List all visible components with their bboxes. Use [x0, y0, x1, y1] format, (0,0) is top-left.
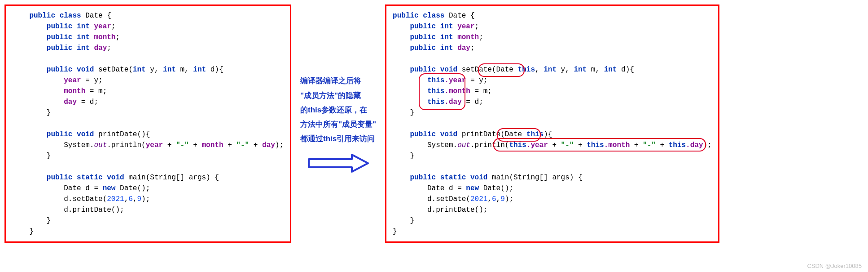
explain-line: 编译器编译之后将: [300, 74, 376, 88]
left-code-box: public class Date { public int year; pub…: [4, 4, 291, 243]
right-code: public class Date { public int year; pub…: [393, 10, 712, 237]
explain-line: 都通过this引用来访问: [300, 132, 376, 146]
middle-column: 编译器编译之后将 "成员方法"的隐藏 的this参数还原，在 方法中所有"成员变…: [300, 74, 376, 173]
arrow-right-icon: [307, 153, 370, 174]
explain-line: 的this参数还原，在: [300, 103, 376, 117]
right-code-box: public class Date { public int year; pub…: [385, 4, 719, 243]
left-code: public class Date { public int year; pub…: [12, 10, 284, 237]
explanation-text: 编译器编译之后将 "成员方法"的隐藏 的this参数还原，在 方法中所有"成员变…: [300, 74, 376, 146]
explain-line: "成员方法"的隐藏: [300, 89, 376, 103]
explain-line: 方法中所有"成员变量": [300, 117, 376, 132]
